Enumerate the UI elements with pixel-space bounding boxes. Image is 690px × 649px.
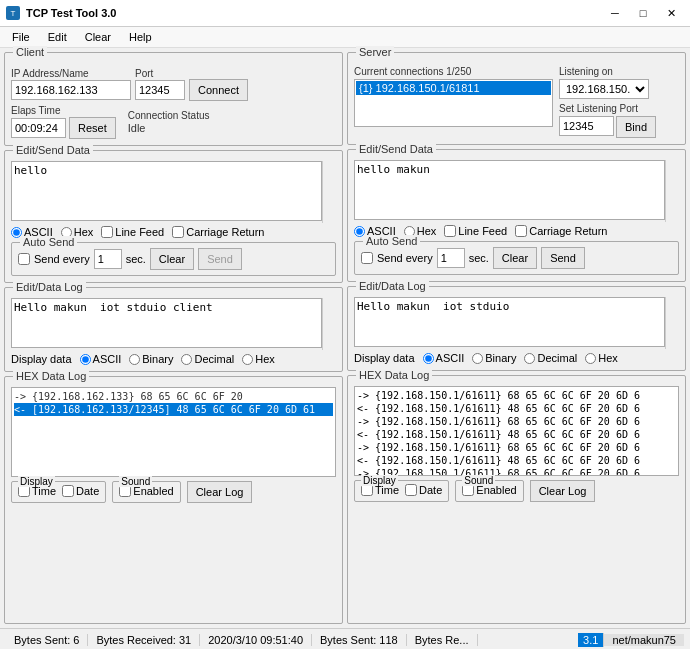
ip-input[interactable] <box>11 80 131 100</box>
menu-file[interactable]: File <box>4 29 38 45</box>
status-bar: Bytes Sent: 6 Bytes Received: 31 2020/3/… <box>0 628 690 649</box>
bind-button[interactable]: Bind <box>616 116 656 138</box>
client-sound-group: Sound Enabled <box>112 481 180 503</box>
client-group-label: Client <box>13 46 47 58</box>
server-log-textarea[interactable]: Hello makun iot stduio <box>354 297 665 347</box>
hex-log-item[interactable]: -> {192.168.150.1/61611} 68 65 6C 6C 6F … <box>357 441 676 454</box>
listening-on-label: Listening on <box>559 66 613 77</box>
client-edit-send-label: Edit/Send Data <box>13 144 93 156</box>
server-clear-log-button[interactable]: Clear Log <box>530 480 596 502</box>
client-autosend-label: Auto Send <box>20 236 77 248</box>
client-send-textarea[interactable]: hello <box>11 161 322 221</box>
server-group-label: Server <box>356 46 394 58</box>
client-display-hex[interactable]: Hex <box>242 353 275 365</box>
reset-button[interactable]: Reset <box>69 117 116 139</box>
close-button[interactable]: ✕ <box>658 4 684 22</box>
server-panel: Server Current connections 1/250 {1} 192… <box>347 52 686 624</box>
hex-log-item[interactable]: <- {192.168.150.1/61611} 48 65 6C 6C 6F … <box>357 454 676 467</box>
hex-log-item[interactable]: -> {192.168.150.1/61611} 68 65 6C 6C 6F … <box>357 467 676 476</box>
app-title: TCP Test Tool 3.0 <box>26 7 116 19</box>
conn-status-label: Connection Status <box>128 110 210 121</box>
version-badge: 3.1 <box>578 633 604 647</box>
server-display-hex[interactable]: Hex <box>585 352 618 364</box>
client-hex-log-group: HEX Data Log -> {192.168.162.133} 68 65 … <box>4 376 343 624</box>
server-hex-log-box[interactable]: -> {192.168.150.1/61611} 68 65 6C 6C 6F … <box>354 386 679 476</box>
app-icon: T <box>6 6 20 20</box>
server-sound-group: Sound Enabled <box>455 480 523 502</box>
client-clear-log-button[interactable]: Clear Log <box>187 481 253 503</box>
server-data-log-label: Edit/Data Log <box>356 280 429 292</box>
server-send-button[interactable]: Send <box>541 247 585 269</box>
menu-edit[interactable]: Edit <box>40 29 75 45</box>
client-hex-log-label: HEX Data Log <box>13 370 89 382</box>
hex-log-item[interactable]: <- {192.168.150.1/61611} 48 65 6C 6C 6F … <box>357 428 676 441</box>
minimize-button[interactable]: ─ <box>602 4 628 22</box>
port-label: Port <box>135 68 185 79</box>
datetime-status: 2020/3/10 09:51:40 <box>200 634 312 646</box>
hex-log-item[interactable]: <- {192.168.150.1/61611} 48 65 6C 6C 6F … <box>357 402 676 415</box>
menu-bar: File Edit Clear Help <box>0 27 690 48</box>
server-log-scrollbar[interactable] <box>665 297 679 349</box>
client-display-decimal[interactable]: Decimal <box>181 353 234 365</box>
main-content: Client IP Address/Name Port Connect Elap… <box>0 48 690 628</box>
client-clear-button[interactable]: Clear <box>150 248 194 270</box>
hex-log-item[interactable]: -> {192.168.150.1/61611} 68 65 6C 6C 6F … <box>357 389 676 402</box>
restore-button[interactable]: □ <box>630 4 656 22</box>
menu-help[interactable]: Help <box>121 29 160 45</box>
server-send-scrollbar[interactable] <box>665 160 679 222</box>
server-linefeed-check[interactable]: Line Feed <box>444 225 507 237</box>
client-display-ascii[interactable]: ASCII <box>80 353 122 365</box>
server-clear-button[interactable]: Clear <box>493 247 537 269</box>
bytes-received-status: Bytes Received: 31 <box>88 634 200 646</box>
hex-log-item[interactable]: -> {192.168.150.1/61611} 68 65 6C 6C 6F … <box>357 415 676 428</box>
server-bytes-received-status: Bytes Re... <box>407 634 478 646</box>
port-input[interactable] <box>135 80 185 100</box>
client-send-scrollbar[interactable] <box>322 161 336 223</box>
window-controls: ─ □ ✕ <box>602 4 684 22</box>
client-linefeed-check[interactable]: Line Feed <box>101 226 164 238</box>
server-display-binary[interactable]: Binary <box>472 352 516 364</box>
server-autosend-label: Auto Send <box>363 235 420 247</box>
menu-clear[interactable]: Clear <box>77 29 119 45</box>
client-log-scrollbar[interactable] <box>322 298 336 350</box>
client-data-log-group: Edit/Data Log Hello makun iot stduio cli… <box>4 287 343 372</box>
server-bytes-sent-status: Bytes Sent: 118 <box>312 634 407 646</box>
client-data-log-label: Edit/Data Log <box>13 281 86 293</box>
server-edit-send-label: Edit/Send Data <box>356 143 436 155</box>
server-display-decimal[interactable]: Decimal <box>524 352 577 364</box>
listening-port-input[interactable] <box>559 116 614 136</box>
user-badge: net/makun75 <box>604 634 684 646</box>
elaps-time-input[interactable] <box>11 118 66 138</box>
hex-log-item[interactable]: <- [192.168.162.133/12345] 48 65 6C 6C 6… <box>14 403 333 416</box>
connections-box[interactable]: {1} 192.168.150.1/61811 <box>354 79 553 127</box>
client-date-check[interactable]: Date <box>62 485 99 497</box>
server-edit-send-group: Edit/Send Data hello makun ASCII Hex Lin… <box>347 149 686 282</box>
current-conn-label: Current connections 1/250 <box>354 66 471 77</box>
server-carriage-check[interactable]: Carriage Return <box>515 225 607 237</box>
server-hex-log-label: HEX Data Log <box>356 369 432 381</box>
server-data-log-group: Edit/Data Log Hello makun iot stduio Dis… <box>347 286 686 371</box>
client-display-group: Display Time Date <box>11 481 106 503</box>
conn-status-value: Idle <box>128 122 210 134</box>
server-date-check[interactable]: Date <box>405 484 442 496</box>
server-display-ascii[interactable]: ASCII <box>423 352 465 364</box>
connection-item[interactable]: {1} 192.168.150.1/61811 <box>356 81 551 95</box>
client-edit-send-group: Edit/Send Data hello ASCII Hex Line Feed <box>4 150 343 283</box>
connect-button[interactable]: Connect <box>189 79 248 101</box>
server-autosend-check[interactable] <box>361 252 373 264</box>
server-send-textarea[interactable]: hello makun <box>354 160 665 220</box>
listening-on-select[interactable]: 192.168.150.1 <box>559 79 649 99</box>
server-autosend-interval[interactable] <box>437 248 465 268</box>
elaps-time-label: Elaps Time <box>11 105 116 116</box>
client-hex-log-box[interactable]: -> {192.168.162.133} 68 65 6C 6C 6F 20 <… <box>11 387 336 477</box>
client-panel: Client IP Address/Name Port Connect Elap… <box>4 52 343 624</box>
client-display-binary[interactable]: Binary <box>129 353 173 365</box>
client-send-button[interactable]: Send <box>198 248 242 270</box>
server-hex-log-group: HEX Data Log -> {192.168.150.1/61611} 68… <box>347 375 686 624</box>
ip-label: IP Address/Name <box>11 68 131 79</box>
client-log-textarea[interactable]: Hello makun iot stduio client <box>11 298 322 348</box>
client-autosend-interval[interactable] <box>94 249 122 269</box>
client-carriage-check[interactable]: Carriage Return <box>172 226 264 238</box>
hex-log-item[interactable]: -> {192.168.162.133} 68 65 6C 6C 6F 20 <box>14 390 333 403</box>
client-autosend-check[interactable] <box>18 253 30 265</box>
